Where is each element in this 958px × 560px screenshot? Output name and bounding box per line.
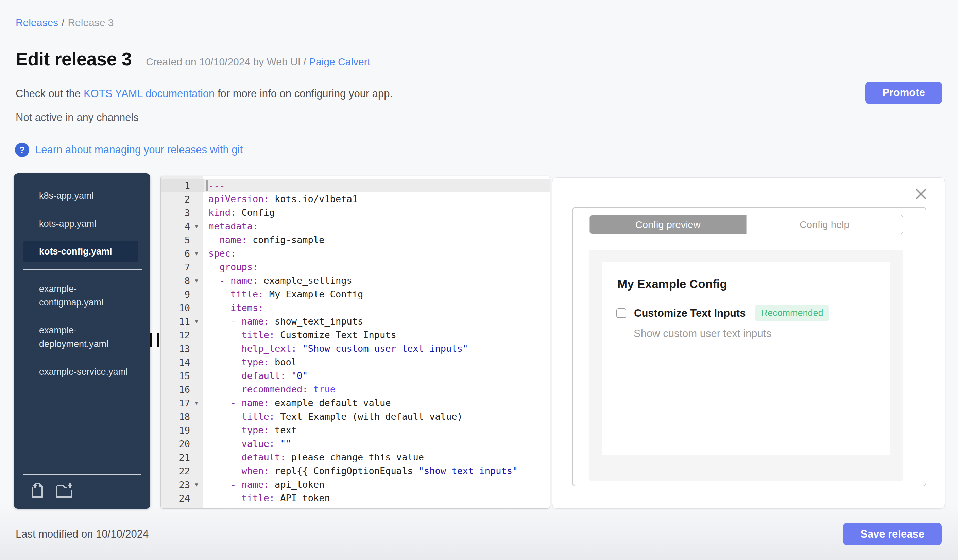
sidebar-file-k8s-app.yaml[interactable]: k8s-app.yaml — [23, 185, 138, 206]
editor-lines: 1---2apiVersion: kots.io/v1beta13kind: C… — [161, 179, 550, 509]
created-author-link[interactable]: Paige Calvert — [309, 56, 370, 67]
tab-config-help[interactable]: Config help — [746, 215, 903, 234]
editor-line-10[interactable]: 10 items: — [161, 301, 550, 315]
channel-status: Not active in any channels — [16, 111, 139, 124]
config-group-title: My Example Config — [617, 277, 727, 291]
editor-line-9[interactable]: 9 title: My Example Config — [161, 288, 550, 301]
code-text: metadata: — [204, 220, 550, 233]
kots-docs-link[interactable]: KOTS YAML documentation — [84, 88, 214, 100]
promote-button[interactable]: Promote — [865, 82, 942, 104]
code-text: title: My Example Config — [204, 288, 550, 301]
code-text: apiVersion: kots.io/v1beta1 — [204, 192, 550, 206]
editor-line-11[interactable]: 11▾ - name: show_text_inputs — [161, 315, 550, 328]
editor-line-15[interactable]: 15 default: "0" — [161, 369, 550, 383]
editor-line-20[interactable]: 20 value: "" — [161, 437, 550, 451]
fold-arrow-icon[interactable]: ▾ — [190, 315, 203, 328]
page: Releases/Release 3 Edit release 3 Create… — [0, 0, 958, 560]
line-number: 2 — [161, 192, 204, 206]
editor-line-7[interactable]: 7 groups: — [161, 260, 550, 274]
breadcrumb-releases-link[interactable]: Releases — [16, 17, 58, 28]
code-text: --- — [204, 179, 550, 192]
customize-text-inputs-checkbox[interactable] — [616, 308, 626, 318]
editor-line-5[interactable]: 5 name: config-sample — [161, 233, 550, 247]
code-text: default: "0" — [204, 369, 550, 383]
code-text: title: Text Example (with default value) — [204, 410, 550, 423]
created-info: Created on 10/10/2024 by Web UI / Paige … — [146, 56, 370, 68]
tab-config-preview[interactable]: Config preview — [590, 215, 746, 234]
breadcrumb-separator: / — [58, 17, 68, 28]
line-number: 5 — [161, 233, 204, 247]
config-preview-panel: Config previewConfig help My Example Con… — [552, 177, 945, 509]
line-number: 23▾ — [161, 478, 204, 491]
sidebar-footer-divider — [23, 474, 141, 475]
editor-line-19[interactable]: 19 type: text — [161, 423, 550, 437]
git-help-label: Learn about managing your releases with … — [35, 144, 243, 156]
line-number: 25 — [161, 505, 204, 509]
code-text: spec: — [204, 247, 550, 260]
last-modified-text: Last modified on 10/10/2024 — [16, 528, 149, 540]
docs-prefix: Check out the — [16, 88, 84, 100]
config-preview-area: My Example Config Customize Text Inputs … — [590, 250, 903, 481]
editor-line-22[interactable]: 22 when: repl{{ ConfigOptionEquals "show… — [161, 464, 550, 478]
code-text: title: Customize Text Inputs — [204, 328, 550, 342]
line-number: 22 — [161, 464, 204, 478]
config-tabs: Config previewConfig help — [590, 215, 903, 234]
code-text: recommended: true — [204, 383, 550, 396]
editor-line-4[interactable]: 4▾metadata: — [161, 220, 550, 233]
add-folder-icon[interactable] — [56, 482, 74, 500]
line-number: 3 — [161, 206, 204, 220]
add-file-icon[interactable] — [30, 482, 46, 500]
editor-line-1[interactable]: 1--- — [161, 179, 550, 192]
yaml-code-editor[interactable]: 1---2apiVersion: kots.io/v1beta13kind: C… — [160, 176, 550, 509]
editor-line-14[interactable]: 14 type: bool — [161, 356, 550, 369]
code-text: type: bool — [204, 356, 550, 369]
line-number: 21 — [161, 451, 204, 464]
code-text: - name: show_text_inputs — [204, 315, 550, 328]
sidebar-file-example-service.yaml[interactable]: example-service.yaml — [23, 362, 138, 382]
breadcrumb: Releases/Release 3 — [16, 17, 114, 28]
line-number: 20 — [161, 437, 204, 451]
editor-line-13[interactable]: 13 help_text: "Show custom user text inp… — [161, 342, 550, 356]
editor-line-16[interactable]: 16 recommended: true — [161, 383, 550, 396]
editor-line-2[interactable]: 2apiVersion: kots.io/v1beta1 — [161, 192, 550, 206]
breadcrumb-current: Release 3 — [68, 17, 114, 28]
line-number: 8▾ — [161, 274, 204, 288]
fold-arrow-icon[interactable]: ▾ — [190, 220, 203, 233]
file-sidebar: k8s-app.yamlkots-app.yamlkots-config.yam… — [14, 173, 150, 509]
sidebar-file-example-configmap.yaml[interactable]: example-configmap.yaml — [23, 278, 138, 313]
fold-arrow-icon[interactable]: ▾ — [190, 478, 203, 491]
config-form: My Example Config Customize Text Inputs … — [603, 262, 890, 455]
editor-line-8[interactable]: 8▾ - name: example_settings — [161, 274, 550, 288]
editor-line-21[interactable]: 21 default: please change this value — [161, 451, 550, 464]
code-text: - name: example_default_value — [204, 396, 550, 410]
question-circle-icon: ? — [15, 143, 29, 157]
editor-line-24[interactable]: 24 title: API token — [161, 491, 550, 505]
line-number: 13 — [161, 342, 204, 356]
sidebar-file-kots-app.yaml[interactable]: kots-app.yaml — [23, 214, 138, 234]
config-preview-card: Config previewConfig help My Example Con… — [572, 207, 926, 486]
save-release-button[interactable]: Save release — [843, 523, 942, 546]
sidebar-resize-handle[interactable] — [150, 333, 160, 346]
fold-arrow-icon[interactable]: ▾ — [190, 274, 203, 288]
editor-line-25[interactable]: 25 type: password — [161, 505, 550, 509]
close-icon[interactable] — [914, 187, 928, 201]
sidebar-file-kots-config.yaml[interactable]: kots-config.yaml — [23, 241, 138, 262]
editor-line-18[interactable]: 18 title: Text Example (with default val… — [161, 410, 550, 423]
fold-arrow-icon[interactable]: ▾ — [190, 396, 203, 410]
config-item-help: Show custom user text inputs — [634, 327, 771, 340]
line-number: 14 — [161, 356, 204, 369]
editor-line-3[interactable]: 3kind: Config — [161, 206, 550, 220]
code-text: help_text: "Show custom user text inputs… — [204, 342, 550, 356]
line-number: 18 — [161, 410, 204, 423]
git-help-link[interactable]: ? Learn about managing your releases wit… — [15, 143, 243, 157]
code-text: default: please change this value — [204, 451, 550, 464]
editor-line-12[interactable]: 12 title: Customize Text Inputs — [161, 328, 550, 342]
line-number: 1 — [161, 179, 204, 192]
line-number: 16 — [161, 383, 204, 396]
fold-arrow-icon[interactable]: ▾ — [190, 247, 203, 260]
text-cursor — [206, 180, 208, 191]
editor-line-6[interactable]: 6▾spec: — [161, 247, 550, 260]
editor-line-23[interactable]: 23▾ - name: api_token — [161, 478, 550, 491]
editor-line-17[interactable]: 17▾ - name: example_default_value — [161, 396, 550, 410]
sidebar-file-example-deployment.yaml[interactable]: example-deployment.yaml — [23, 320, 138, 354]
